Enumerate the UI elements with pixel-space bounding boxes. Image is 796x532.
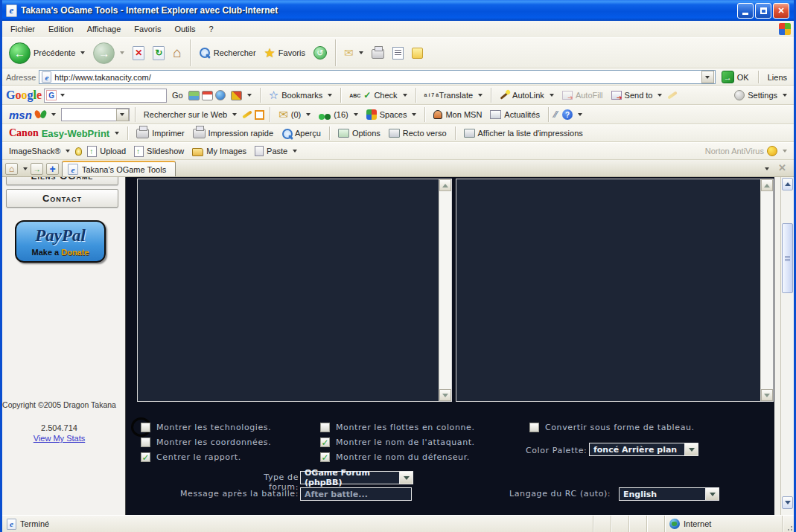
home-button[interactable]: ⌂ [170,44,184,62]
close-button[interactable]: ✕ [773,3,789,19]
textarea-scrollbar[interactable] [439,179,451,401]
bookmarks-button[interactable]: ☆ Bookmarks [266,88,335,103]
textarea-body[interactable] [456,179,760,401]
search-button[interactable]: Rechercher [196,46,259,60]
mail-button[interactable]: ✉ [341,45,366,60]
apercu-button[interactable]: Aperçu [278,127,324,139]
close-tab-icon[interactable]: ✕ [778,162,786,173]
paypal-donate-button[interactable]: PayPal Make a Donate [15,220,106,263]
imprimer-button[interactable]: Imprimer [133,128,187,139]
my-images-button[interactable]: My Images [189,146,249,157]
actualites-button[interactable]: Actualités [487,109,543,120]
msn-search-dropdown[interactable] [116,109,129,121]
menu-help[interactable]: ? [203,22,220,36]
checkbox-nom-attaquant[interactable]: ✓ [320,438,330,447]
forward-dropdown-icon[interactable] [120,51,124,54]
back-button[interactable]: ← Précédente [6,42,88,65]
stop-button[interactable]: ✕ [130,45,147,61]
tab-takanas-ogame-tools[interactable]: e Takana's OGame Tools [62,161,176,176]
google-settings-button[interactable]: Settings [731,89,790,101]
checkbox-nom-defenseur[interactable]: ✓ [320,452,330,462]
checkbox-montrer-technologies[interactable]: ✓ [141,423,150,432]
address-input[interactable]: e http://www.takanacity.com/ [39,70,715,84]
scrollbar-thumb[interactable] [782,223,793,293]
earth-icon[interactable] [215,90,226,100]
new-tab-button[interactable]: + [46,163,59,175]
scroll-down-button[interactable] [439,389,451,401]
resize-grip[interactable] [783,516,794,532]
menu-fichier[interactable]: Fichier [4,22,42,36]
favorites-button[interactable]: ★ Favoris [261,45,308,62]
donate-label[interactable]: Donate [61,248,89,257]
sidebar-item-contact[interactable]: Contact [6,189,118,208]
google-go-button[interactable]: Go [169,90,186,100]
addons-button[interactable] [228,90,255,101]
canon-menu-button[interactable]: Canon Easy-WebPrint [6,126,122,140]
select-arrow-button[interactable] [706,488,719,500]
sendto-button[interactable]: Send to [608,90,666,100]
quick-tabs-button[interactable]: → [31,163,43,175]
liste-impressions-button[interactable]: Afficher la liste d'impressions [461,128,586,138]
msn-search-input[interactable] [61,108,130,121]
options-button[interactable]: Options [335,128,383,138]
checkbox-row-flottes[interactable]: ✓ Montrer les flottes en colonne. [320,423,475,432]
checkbox-row-technologies[interactable]: ✓ Montrer les technologies. [141,423,271,432]
form-fill-icon[interactable] [255,110,264,120]
checkbox-row-tableau[interactable]: ✓ Convertir sous forme de tableau. [529,423,695,432]
msn-websearch-button[interactable]: Rechercher sur le Web [141,109,240,120]
battle-message-input[interactable]: After battle... [300,487,412,501]
translate-button[interactable]: a í 7 à Translate [421,90,485,100]
address-dropdown-button[interactable] [701,71,714,83]
sidebar-item-liens-ogame[interactable]: Liens OGame [6,177,118,185]
norton-button[interactable]: Norton AntiVirus [702,145,790,157]
quick-tabs-home-button[interactable]: ⌂ [5,163,18,175]
checkbox-montrer-coordonnees[interactable]: ✓ [141,438,150,447]
checkbox-row-centrer[interactable]: ✓ Centrer le rapport. [141,452,241,462]
checkbox-row-coordonnees[interactable]: ✓ Montrer les coordonnées. [141,438,271,447]
select-arrow-button[interactable] [685,443,698,455]
color-palette-select[interactable]: foncé Arrière plan [589,443,698,456]
google-search-input[interactable]: G [44,89,167,103]
checkbox-row-defenseur[interactable]: ✓ Montrer le nom du défenseur. [320,452,470,462]
menu-affichage[interactable]: Affichage [80,22,128,36]
scroll-up-button[interactable] [761,179,773,191]
history-button[interactable]: ↺ [311,45,330,60]
textarea-body[interactable] [138,179,439,401]
checkbox-centrer-rapport[interactable]: ✓ [141,452,150,462]
report-input-textarea[interactable] [137,179,452,402]
edit-button[interactable] [389,46,407,60]
checkbox-row-attaquant[interactable]: ✓ Montrer le nom de l'attaquant. [320,438,475,447]
discuss-button[interactable] [409,47,426,60]
autolink-button[interactable]: AutoLink [497,90,557,100]
mon-msn-button[interactable]: Mon MSN [430,109,485,120]
minimize-button[interactable] [737,3,754,19]
select-arrow-button[interactable] [400,472,413,484]
imageshack-menu-button[interactable]: ImageShack® [6,146,73,156]
checkbox-flottes-colonne[interactable]: ✓ [320,423,330,432]
rc-language-select[interactable]: English [619,487,719,501]
photos-icon[interactable] [188,91,200,100]
chevron-down-icon[interactable] [60,94,65,97]
browser-scrollbar[interactable] [780,177,794,515]
msn-spaces-button[interactable]: Spaces [363,109,420,121]
address-url[interactable]: http://www.takanacity.com/ [54,73,150,82]
refresh-button[interactable]: ↻ [150,45,168,61]
menu-edition[interactable]: Edition [42,22,80,36]
msn-mail-button[interactable]: ✉ (0) [276,107,313,122]
textarea-scrollbar[interactable] [760,179,773,401]
forum-type-select[interactable]: OGame Forum (phpBB) [300,471,413,484]
scroll-down-button[interactable] [761,389,773,401]
back-dropdown-icon[interactable] [80,51,85,54]
upload-button[interactable]: Upload [84,145,129,158]
report-output-textarea[interactable] [456,179,774,402]
calendar-icon[interactable] [202,91,213,100]
scroll-down-button[interactable] [782,496,793,509]
menu-favoris[interactable]: Favoris [127,22,168,36]
msn-menu-button[interactable]: msn [6,108,59,122]
checkbox-convertir-tableau[interactable]: ✓ [529,423,539,432]
print-button[interactable] [369,46,387,60]
paste-button[interactable]: Paste [252,145,300,157]
scroll-up-button[interactable] [782,178,793,190]
highlighter-icon[interactable] [242,110,252,118]
tools-icon[interactable]: ⁄⁄ [554,109,557,120]
